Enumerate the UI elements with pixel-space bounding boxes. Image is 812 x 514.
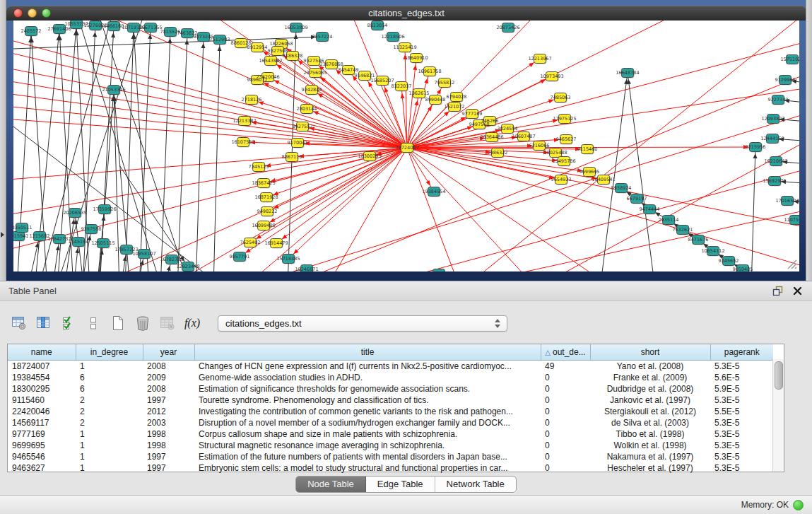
table-cell-short[interactable]: Wolkin et al. (1998) <box>590 440 710 451</box>
column-header-year[interactable]: year <box>143 344 194 361</box>
graph-edge[interactable] <box>288 28 296 272</box>
table-cell-short[interactable]: Tibbo et al. (1998) <box>590 428 710 440</box>
graph-edge[interactable] <box>751 147 755 272</box>
table-cell-in_degree[interactable]: 6 <box>76 383 143 395</box>
graph-edge[interactable] <box>83 25 95 272</box>
table-cell-name[interactable]: 19384554 <box>8 372 76 383</box>
table-cell-short[interactable]: Nakamura et al. (1997) <box>590 451 710 462</box>
table-cell-name[interactable]: 9465546 <box>8 451 76 462</box>
table-row[interactable]: 977716911998Corpus callosum shape and si… <box>8 428 773 440</box>
column-header-name[interactable]: name <box>8 344 76 361</box>
table-cell-pagerank[interactable]: 5.3E-5 <box>710 451 773 462</box>
graph-edge[interactable] <box>13 148 407 183</box>
table-cell-in_degree[interactable]: 1 <box>76 361 143 373</box>
table-cell-pagerank[interactable]: 5.3E-5 <box>710 417 773 428</box>
table-cell-in_degree[interactable]: 2 <box>76 406 143 417</box>
graph-edge[interactable] <box>264 148 407 183</box>
graph-edge[interactable] <box>81 229 91 272</box>
table-cell-year[interactable]: 2009 <box>143 372 194 383</box>
table-cell-title[interactable]: Genome-wide association studies in ADHD. <box>194 372 541 383</box>
tab-network-table[interactable]: Network Table <box>435 477 516 492</box>
graph-edge[interactable] <box>407 137 492 148</box>
table-cell-year[interactable]: 1998 <box>143 440 194 451</box>
resize-grip-icon[interactable] <box>785 257 798 270</box>
select-column-button[interactable] <box>35 314 53 332</box>
table-cell-year[interactable]: 2003 <box>143 417 194 428</box>
table-cell-pagerank[interactable]: 5.5E-5 <box>710 406 773 417</box>
table-cell-pagerank[interactable]: 5.3E-5 <box>710 440 773 451</box>
table-cell-title[interactable]: Structural magnetic resonance image aver… <box>194 440 541 451</box>
table-scrollbar-thumb[interactable] <box>775 361 783 390</box>
table-cell-year[interactable]: 1997 <box>143 462 194 474</box>
tab-node-table[interactable]: Node Table <box>296 477 366 492</box>
column-header-pagerank[interactable]: pagerank <box>710 344 773 361</box>
graph-edge[interactable] <box>196 37 204 272</box>
table-cell-title[interactable]: Estimation of the future numbers of pati… <box>194 451 541 462</box>
table-cell-out_degree[interactable]: 0 <box>541 428 590 440</box>
table-cell-out_degree[interactable]: 49 <box>541 361 590 373</box>
table-cell-in_degree[interactable]: 2 <box>76 395 143 406</box>
close-window-button[interactable] <box>13 8 23 18</box>
table-cell-out_degree[interactable]: 0 <box>541 462 590 474</box>
zoom-window-button[interactable] <box>42 8 51 18</box>
table-cell-pagerank[interactable]: 5.3E-5 <box>710 462 773 474</box>
graph-edge[interactable] <box>177 33 187 272</box>
table-row[interactable]: 1872400712008Changes of HCN gene express… <box>8 361 773 373</box>
table-cell-name[interactable]: 9115460 <box>8 395 76 406</box>
table-cell-out_degree[interactable]: 0 <box>541 395 590 406</box>
right-panel-collapse-strip[interactable] <box>806 0 812 281</box>
table-cell-out_degree[interactable]: 0 <box>541 383 590 395</box>
table-cell-year[interactable]: 2008 <box>143 361 194 373</box>
table-cell-year[interactable]: 1998 <box>143 428 194 440</box>
table-row[interactable]: 946554611997Estimation of the future num… <box>8 451 773 462</box>
table-cell-pagerank[interactable]: 5.9E-5 <box>710 383 773 395</box>
graph-edge[interactable] <box>407 148 466 272</box>
column-header-short[interactable]: short <box>590 344 710 361</box>
delete-table-button[interactable] <box>134 314 152 332</box>
expand-arrow-icon[interactable] <box>1 232 4 238</box>
table-cell-out_degree[interactable]: 0 <box>541 451 590 462</box>
minimize-window-button[interactable] <box>28 8 37 18</box>
table-row[interactable]: 969969511998Structural magnetic resonanc… <box>8 440 773 451</box>
table-settings-button[interactable] <box>10 314 28 332</box>
table-cell-in_degree[interactable]: 1 <box>76 428 143 440</box>
table-cell-year[interactable]: 2012 <box>143 406 194 417</box>
table-cell-title[interactable]: Changes of HCN gene expression and I(f) … <box>194 361 541 373</box>
table-cell-title[interactable]: Estimation of significance thresholds fo… <box>194 383 541 395</box>
table-cell-year[interactable]: 1997 <box>143 395 194 406</box>
graph-edge[interactable] <box>407 148 551 272</box>
table-cell-name[interactable]: 18300295 <box>8 383 76 395</box>
table-cell-pagerank[interactable]: 5.3E-5 <box>710 428 773 440</box>
graph-edge[interactable] <box>600 73 628 272</box>
new-table-button[interactable] <box>109 314 127 332</box>
table-cell-in_degree[interactable]: 2 <box>76 417 143 428</box>
table-row[interactable]: 1456911722003Disruption of a novel membe… <box>8 417 773 428</box>
tab-edge-table[interactable]: Edge Table <box>366 477 435 492</box>
table-row[interactable]: 911546021997Tourette syndrome. Phenomeno… <box>8 395 773 406</box>
hide-columns-button[interactable] <box>84 314 102 332</box>
close-panel-icon[interactable] <box>793 286 802 296</box>
graph-edge[interactable] <box>271 61 407 148</box>
table-cell-short[interactable]: Stergiakouli et al. (2012) <box>590 406 710 417</box>
table-cell-title[interactable]: Embryonic stem cells: a model to study s… <box>194 462 541 474</box>
table-cell-short[interactable]: Dudbridge et al. (2008) <box>590 383 710 395</box>
table-cell-title[interactable]: Investigating the contribution of common… <box>194 406 541 417</box>
table-cell-pagerank[interactable]: 5.3E-5 <box>710 361 773 373</box>
table-cell-name[interactable]: 22420046 <box>8 406 76 417</box>
table-cell-year[interactable]: 1997 <box>143 451 194 462</box>
table-cell-in_degree[interactable]: 1 <box>76 451 143 462</box>
function-builder-button[interactable]: f(x) <box>183 314 201 332</box>
table-cell-name[interactable]: 9699695 <box>8 440 76 451</box>
table-cell-in_degree[interactable]: 1 <box>76 440 143 451</box>
table-cell-out_degree[interactable]: 0 <box>541 372 590 383</box>
table-cell-short[interactable]: Franke et al. (2009) <box>590 372 710 383</box>
window-titlebar[interactable]: citations_edges.txt <box>6 6 806 21</box>
left-panel-collapse-strip[interactable] <box>0 0 6 281</box>
network-canvas[interactable]: 1872400724055722769140610553237152760226… <box>13 21 799 274</box>
table-cell-short[interactable]: Jankovic et al. (1997) <box>590 395 710 406</box>
graph-edge[interactable] <box>213 40 220 272</box>
table-row[interactable]: 2242004622012Investigating the contribut… <box>8 406 773 417</box>
table-cell-out_degree[interactable]: 0 <box>541 406 590 417</box>
graph-edge[interactable] <box>252 100 407 148</box>
table-row[interactable]: 1938455462009Genome-wide association stu… <box>8 372 773 383</box>
